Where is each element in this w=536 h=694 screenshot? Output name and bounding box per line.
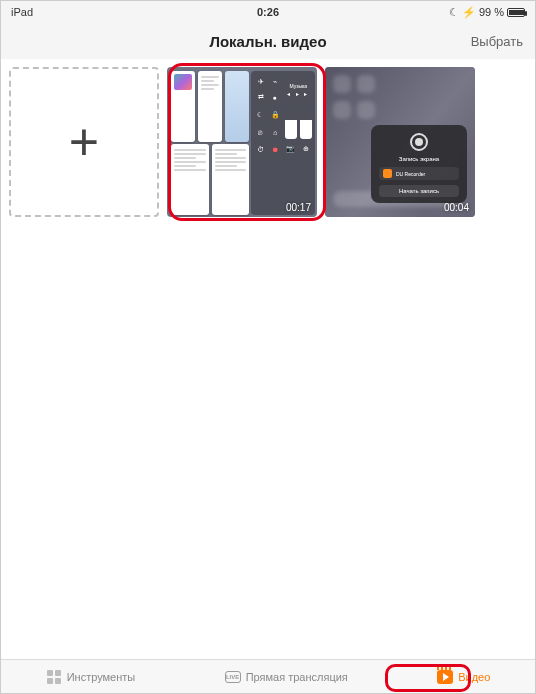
start-record-label: Начать запись bbox=[379, 185, 459, 197]
tab-label: Инструменты bbox=[67, 671, 136, 683]
content-area: + ✈⌁ ⇄● Музыка bbox=[1, 59, 535, 661]
tab-tools[interactable]: Инструменты bbox=[46, 669, 136, 685]
status-right: ☾ ⚡ 99 % bbox=[405, 6, 525, 19]
music-widget-icon: Музыка ◂ ▸ ▸ bbox=[285, 74, 312, 105]
app-icon bbox=[383, 169, 392, 178]
page-title: Локальн. видео bbox=[209, 33, 326, 50]
select-button[interactable]: Выбрать bbox=[471, 34, 523, 49]
device-label: iPad bbox=[11, 6, 131, 18]
video-thumbnail-1[interactable]: ✈⌁ ⇄● Музыка ◂ ▸ ▸ ☾ 🔒 ⎚ ⌂ ⏱ bbox=[167, 67, 317, 217]
video-icon bbox=[437, 669, 453, 685]
screen-record-sheet: Запись экрана DU Recorder Начать запись bbox=[371, 125, 467, 203]
plus-icon: + bbox=[69, 116, 99, 168]
record-title: Запись экрана bbox=[399, 156, 439, 162]
battery-icon bbox=[507, 8, 525, 17]
battery-percent: 99 % bbox=[479, 6, 504, 18]
control-center-preview: ✈⌁ ⇄● Музыка ◂ ▸ ▸ ☾ 🔒 ⎚ ⌂ ⏱ bbox=[251, 71, 315, 215]
status-bar: iPad 0:26 ☾ ⚡ 99 % bbox=[1, 1, 535, 23]
nav-bar: Локальн. видео Выбрать bbox=[1, 23, 535, 59]
add-video-tile[interactable]: + bbox=[9, 67, 159, 217]
do-not-disturb-icon: ☾ bbox=[449, 6, 459, 19]
tab-live[interactable]: LIVE Прямая трансляция bbox=[225, 669, 348, 685]
video-duration: 00:04 bbox=[444, 202, 469, 213]
thumb1-preview: ✈⌁ ⇄● Музыка ◂ ▸ ▸ ☾ 🔒 ⎚ ⌂ ⏱ bbox=[167, 67, 317, 217]
live-icon: LIVE bbox=[225, 669, 241, 685]
tab-label: Прямая трансляция bbox=[246, 671, 348, 683]
tools-icon bbox=[46, 669, 62, 685]
clock: 0:26 bbox=[131, 6, 405, 18]
video-thumbnail-2[interactable]: Запись экрана DU Recorder Начать запись … bbox=[325, 67, 475, 217]
record-icon bbox=[410, 133, 428, 151]
video-grid: + ✈⌁ ⇄● Музыка bbox=[1, 59, 535, 225]
record-app-row: DU Recorder bbox=[379, 167, 459, 180]
tab-video[interactable]: Видео bbox=[437, 669, 490, 685]
screen: iPad 0:26 ☾ ⚡ 99 % Локальн. видео Выбрат… bbox=[0, 0, 536, 694]
tab-bar: Инструменты LIVE Прямая трансляция Видео bbox=[1, 659, 535, 693]
tab-label: Видео bbox=[458, 671, 490, 683]
charging-icon: ⚡ bbox=[462, 6, 476, 19]
video-duration: 00:17 bbox=[286, 202, 311, 213]
